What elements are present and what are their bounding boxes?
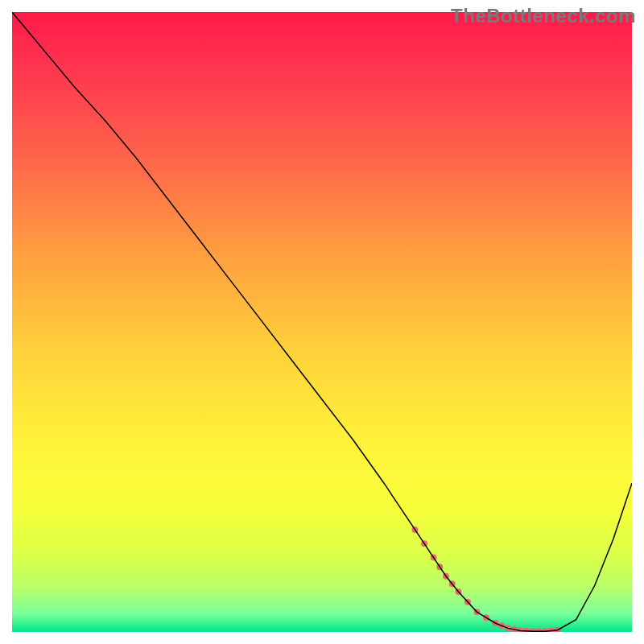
chart-background xyxy=(12,12,632,632)
plot-area xyxy=(12,12,632,632)
chart-container: TheBottleneck.com xyxy=(0,0,644,644)
watermark-text: TheBottleneck.com xyxy=(451,5,636,27)
chart-svg xyxy=(12,12,632,632)
